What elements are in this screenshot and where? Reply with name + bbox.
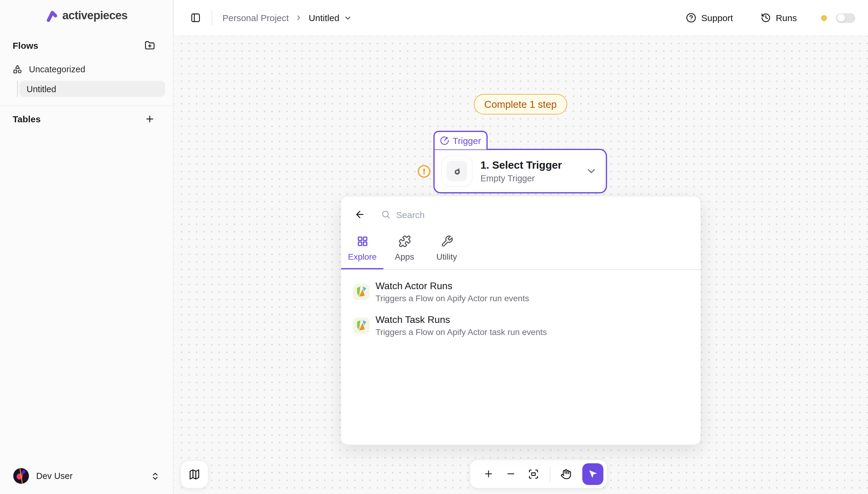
item-title: Watch Task Runs	[375, 315, 547, 325]
step-title: 1. Select Trigger	[480, 159, 577, 172]
item-description: Triggers a Flow on Apify Actor task run …	[375, 327, 547, 337]
runs-button[interactable]: Runs	[761, 13, 797, 23]
brand-name: activepieces	[62, 9, 128, 22]
status-dot	[821, 15, 827, 21]
indent-guide	[17, 81, 18, 97]
step-icon-frame	[441, 155, 473, 187]
breadcrumb-flow-name[interactable]: Untitled	[309, 13, 339, 23]
puzzle-icon	[398, 235, 411, 248]
search-input[interactable]	[396, 209, 688, 220]
item-description: Triggers a Flow on Apify Actor run event…	[375, 293, 529, 303]
back-button[interactable]	[354, 209, 365, 220]
activepieces-logo-icon	[45, 10, 58, 22]
publish-toggle[interactable]	[836, 13, 855, 23]
flow-item-label: Untitled	[26, 84, 56, 94]
chevrons-up-down-icon	[151, 471, 160, 480]
chevron-down-icon[interactable]	[585, 165, 597, 177]
trigger-node[interactable]: 1. Select Trigger Empty Trigger	[433, 149, 607, 193]
top-bar: Personal Project Untitled Support	[174, 0, 868, 36]
pan-hand-icon	[560, 469, 571, 479]
sidebar-divider	[0, 106, 173, 106]
toggle-knob	[837, 14, 845, 22]
activepieces-flow-builder: activepieces Flows Uncategorized	[0, 0, 868, 494]
breadcrumb-project[interactable]: Personal Project	[222, 13, 289, 23]
list-item-watch-task-runs[interactable]: Watch Task Runs Triggers a Flow on Apify…	[348, 311, 691, 340]
fit-view-button[interactable]	[522, 462, 544, 485]
main-area: Personal Project Untitled Support	[174, 0, 868, 494]
topbar-divider	[211, 11, 212, 25]
flows-label: Flows	[13, 40, 38, 50]
complete-steps-badge: Complete 1 step	[474, 94, 567, 114]
help-circle-icon	[686, 13, 697, 23]
flows-section-header: Flows	[0, 36, 173, 54]
panel-left-toggle[interactable]	[190, 13, 201, 23]
add-table-button[interactable]	[145, 114, 155, 124]
tab-utility[interactable]: Utility	[426, 229, 468, 269]
list-item-watch-actor-runs[interactable]: Watch Actor Runs Triggers a Flow on Apif…	[348, 278, 691, 306]
grid-icon	[356, 235, 369, 248]
chevron-right-icon	[295, 14, 302, 22]
sidebar-item-uncategorized[interactable]: Uncategorized	[0, 60, 173, 78]
apify-logo	[353, 318, 370, 334]
chevron-down-icon[interactable]	[344, 14, 352, 22]
brand-logo[interactable]: activepieces	[0, 0, 173, 31]
wrench-icon	[440, 235, 453, 248]
trigger-list: Watch Actor Runs Triggers a Flow on Apif…	[341, 270, 700, 340]
uncategorized-label: Uncategorized	[29, 64, 85, 74]
search-icon	[381, 210, 391, 219]
minimap-button[interactable]	[180, 460, 208, 489]
tab-explore[interactable]: Explore	[341, 229, 383, 269]
support-button[interactable]: Support	[686, 13, 733, 23]
avatar	[13, 468, 29, 484]
add-folder-button[interactable]	[145, 40, 155, 50]
sidebar-item-flow-untitled[interactable]: Untitled	[19, 81, 165, 97]
step-subtitle: Empty Trigger	[480, 173, 577, 183]
sidebar: activepieces Flows Uncategorized	[0, 0, 173, 494]
canvas-toolbar	[469, 459, 608, 489]
shapes-icon	[13, 64, 22, 74]
toolbar-divider	[550, 466, 550, 482]
tables-section-header: Tables	[0, 110, 173, 128]
trigger-gauge-icon	[440, 136, 449, 145]
tables-label: Tables	[13, 114, 41, 124]
user-menu[interactable]: Dev User	[0, 458, 173, 494]
zoom-out-button[interactable]	[500, 462, 522, 485]
flame-icon	[452, 166, 462, 176]
tab-apps[interactable]: Apps	[383, 229, 426, 269]
zoom-in-button[interactable]	[477, 462, 500, 485]
item-title: Watch Actor Runs	[375, 281, 529, 291]
flow-canvas[interactable]: Complete 1 step Trigger 1. Select Trigge	[174, 36, 868, 494]
picker-tabs: Explore Apps Utility	[341, 229, 700, 269]
warning-icon: !	[418, 165, 430, 178]
map-icon	[189, 469, 200, 480]
select-cursor-button[interactable]	[582, 463, 603, 484]
apify-logo	[353, 284, 370, 300]
cursor-icon	[588, 469, 598, 479]
pan-hand-button[interactable]	[555, 462, 577, 485]
trigger-tab[interactable]: Trigger	[433, 131, 488, 149]
trigger-picker-panel: Explore Apps Utility	[340, 196, 701, 445]
history-icon	[761, 13, 771, 23]
user-name: Dev User	[36, 471, 144, 481]
